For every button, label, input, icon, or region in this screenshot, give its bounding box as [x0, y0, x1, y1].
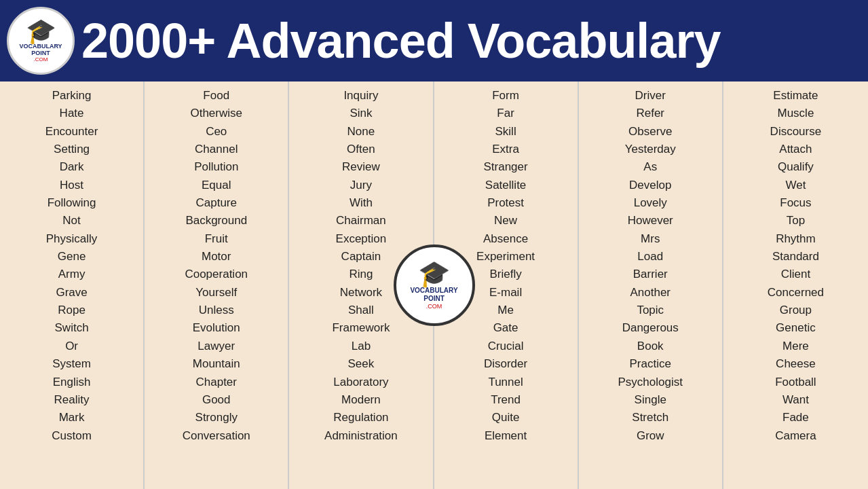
list-item: Often [344, 141, 378, 158]
list-item: Grave [53, 284, 90, 302]
list-item: Stretch [629, 409, 671, 427]
list-item: Framework [329, 319, 392, 337]
list-item: System [50, 355, 94, 373]
list-item: Wet [782, 177, 808, 194]
list-item: Qualify [775, 158, 816, 176]
vocab-col-6: EstimateMuscleDiscourseAttachQualifyWetF… [723, 82, 868, 489]
list-item: Hate [57, 105, 87, 122]
list-item: Dangerous [620, 319, 681, 337]
list-item: Cheese [773, 355, 818, 373]
list-item: Lab [349, 338, 373, 355]
list-item: Otherwise [187, 105, 245, 122]
list-item: Capture [193, 194, 240, 212]
list-item: Dark [57, 158, 87, 176]
list-item: Driver [633, 87, 668, 105]
list-item: Seek [345, 355, 377, 373]
list-item: Chairman [333, 212, 389, 230]
list-item: Channel [192, 141, 240, 158]
vocab-grid: ParkingHateEncounterSettingDarkHostFollo… [0, 82, 868, 489]
list-item: Another [627, 284, 673, 302]
list-item: Client [778, 266, 813, 283]
vocab-col-2: FoodOtherwiseCeoChannelPollutionEqualCap… [145, 82, 289, 489]
list-item: Grow [634, 427, 667, 445]
list-item: Parking [50, 87, 94, 105]
list-item: Topic [634, 302, 666, 319]
list-item: Lovely [631, 194, 670, 212]
grid-container: ParkingHateEncounterSettingDarkHostFollo… [0, 82, 868, 489]
list-item: Regulation [331, 409, 391, 427]
list-item: Observe [626, 123, 675, 141]
list-item: As [641, 158, 660, 176]
list-item: Switch [52, 319, 92, 337]
list-item: English [50, 374, 94, 391]
list-item: Focus [777, 194, 814, 212]
page-title: 2000+ Advanced Vocabulary [81, 16, 720, 65]
list-item: Good [200, 391, 233, 409]
list-item: Physically [43, 230, 100, 248]
list-item: Exception [333, 230, 390, 248]
list-item: Background [183, 212, 250, 230]
list-item: Stranger [480, 158, 530, 176]
list-item: Load [635, 248, 666, 266]
list-item: Genetic [773, 319, 818, 337]
list-item: Not [60, 212, 83, 230]
list-item: E-mail [487, 284, 525, 302]
list-item: Lawyer [195, 338, 238, 355]
list-item: Administration [322, 427, 400, 445]
list-item: Mountain [190, 355, 243, 373]
list-item: Disorder [481, 355, 530, 373]
list-item: Shall [345, 302, 377, 319]
list-item: Rhythm [773, 230, 818, 248]
list-item: None [345, 123, 378, 141]
list-item: Evolution [190, 319, 243, 337]
vocab-col-3: InquirySinkNoneOftenReviewJuryWithChairm… [289, 82, 434, 489]
list-item: Network [337, 284, 385, 302]
list-item: Modern [339, 391, 383, 409]
list-item: Ceo [203, 123, 229, 141]
logo-text: VOCABULARY POINT [19, 43, 62, 57]
list-item: Sink [347, 105, 375, 122]
vocab-col-4: FormFarSkillExtraStrangerSatelliteProtes… [434, 82, 579, 489]
list-item: Muscle [774, 105, 816, 122]
list-item: Group [777, 302, 814, 319]
list-item: Or [62, 338, 81, 355]
list-item: Food [200, 87, 232, 105]
list-item: Psychologist [616, 374, 685, 391]
header: 🎓 VOCABULARY POINT .COM 2000+ Advanced V… [0, 0, 868, 82]
list-item: Tunnel [485, 374, 525, 391]
list-item: Discourse [768, 123, 825, 141]
list-item: Develop [626, 177, 674, 194]
list-item: Barrier [630, 266, 671, 283]
list-item: Practice [627, 355, 674, 373]
list-item: Estimate [770, 87, 820, 105]
list-item: Standard [770, 248, 822, 266]
list-item: Experiment [474, 248, 537, 266]
list-item: Conversation [180, 427, 253, 445]
list-item: With [347, 194, 375, 212]
list-item: Camera [772, 427, 818, 445]
list-item: Review [339, 158, 383, 176]
list-item: Reality [52, 391, 92, 409]
list-item: Extra [489, 141, 522, 158]
list-item: Briefly [487, 266, 524, 283]
list-item: Motor [199, 248, 233, 266]
list-item: However [625, 212, 676, 230]
list-item: Mark [56, 409, 88, 427]
list-item: Skill [492, 123, 518, 141]
vocab-col-1: ParkingHateEncounterSettingDarkHostFollo… [0, 82, 145, 489]
list-item: Pollution [191, 158, 241, 176]
list-item: Cooperation [182, 266, 250, 283]
list-item: Following [45, 194, 99, 212]
vocab-col-5: DriverReferObserveYesterdayAsDevelopLove… [579, 82, 723, 489]
list-item: Crucial [485, 338, 527, 355]
list-item: Captain [339, 248, 384, 266]
list-item: Fade [780, 409, 812, 427]
list-item: Mrs [638, 230, 662, 248]
list-item: Concerned [765, 284, 827, 302]
list-item: Satellite [483, 177, 529, 194]
list-item: Protest [485, 194, 527, 212]
list-item: Chapter [193, 374, 240, 391]
list-item: Setting [51, 141, 92, 158]
list-item: Far [494, 105, 517, 122]
logo-dot-com: .COM [34, 56, 48, 62]
